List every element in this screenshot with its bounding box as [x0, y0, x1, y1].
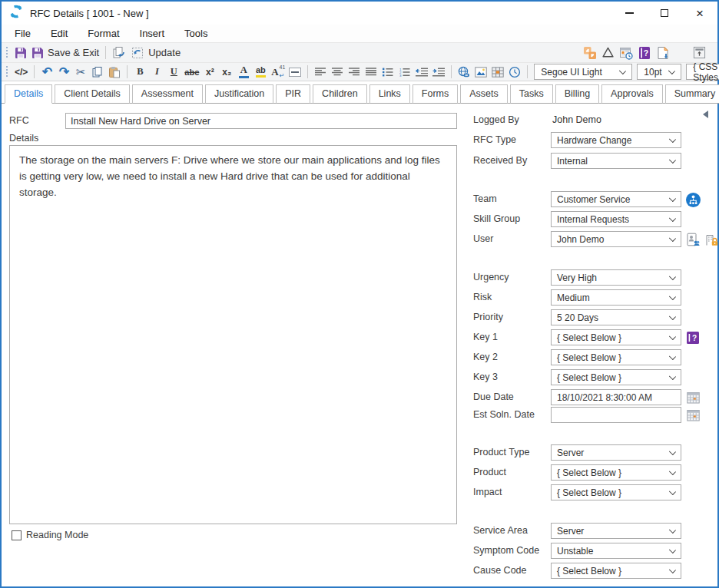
select-user[interactable]: John Demo: [551, 231, 681, 247]
user-directory-icon[interactable]: [685, 232, 701, 247]
save-button[interactable]: [12, 45, 29, 61]
superscript-button[interactable]: x²: [201, 64, 218, 81]
help-book-button[interactable]: ?: [635, 45, 654, 61]
select-received-by[interactable]: Internal: [551, 153, 681, 169]
paste-button[interactable]: [106, 64, 123, 81]
select-product-type[interactable]: Server: [551, 444, 681, 461]
minimize-icon: [625, 12, 634, 14]
menu-file[interactable]: File: [5, 25, 41, 41]
align-justify-button[interactable]: [363, 64, 379, 81]
select-risk[interactable]: Medium: [551, 289, 681, 306]
underline-button[interactable]: U: [165, 64, 182, 81]
rfc-details-textarea[interactable]: The storage on the main servers F: Drive…: [9, 145, 457, 524]
menu-edit[interactable]: Edit: [41, 25, 78, 41]
bold-button[interactable]: B: [131, 64, 148, 81]
calendar-clock-button[interactable]: [617, 45, 635, 61]
tab-justification[interactable]: Justification: [205, 84, 273, 104]
align-left-button[interactable]: [312, 64, 329, 81]
workflow-button[interactable]: [599, 45, 617, 61]
align-right-button[interactable]: [346, 64, 363, 81]
italic-button[interactable]: I: [148, 64, 165, 81]
tab-assets[interactable]: Assets: [460, 84, 508, 104]
input-est-soln-date[interactable]: [551, 407, 681, 423]
code-view-button[interactable]: </>: [12, 64, 30, 81]
tab-links[interactable]: Links: [369, 84, 410, 104]
tab-details[interactable]: Details: [5, 84, 52, 104]
tab-summary[interactable]: Summary: [665, 84, 719, 104]
tab-children[interactable]: Children: [313, 84, 367, 104]
select-impact[interactable]: { Select Below }: [551, 484, 681, 500]
export-doc-button[interactable]: [654, 45, 672, 61]
table-button[interactable]: [489, 64, 506, 81]
chevron-down-icon: [669, 293, 676, 300]
update-button[interactable]: Update: [128, 45, 183, 61]
input-due-date[interactable]: 18/10/2021 8:30:00 AM: [551, 389, 681, 405]
field-row-key-1: Key 1{ Select Below }?: [462, 329, 717, 346]
horizontal-rule-button[interactable]: [287, 64, 303, 81]
save-exit-button[interactable]: Save & Exit: [29, 45, 101, 61]
font-size-button[interactable]: A41↵: [269, 64, 287, 81]
numbered-list-button[interactable]: 123: [396, 64, 413, 81]
redo-button[interactable]: ↷: [55, 64, 72, 81]
select-cause-code[interactable]: { Select Below }: [551, 563, 681, 579]
select-product[interactable]: { Select Below }: [551, 464, 681, 481]
select-value: Medium: [557, 292, 590, 303]
font-size-select[interactable]: 10pt: [637, 64, 681, 80]
calendar-icon[interactable]: [685, 390, 701, 405]
calendar-icon[interactable]: [685, 408, 701, 423]
team-org-icon[interactable]: [685, 192, 701, 207]
menu-tools[interactable]: Tools: [174, 25, 217, 41]
select-priority[interactable]: 5 20 Days: [551, 309, 681, 325]
user-lock-icon[interactable]: [704, 232, 719, 247]
font-color-button[interactable]: A: [235, 64, 252, 81]
image-button[interactable]: [472, 64, 489, 81]
tab-forms[interactable]: Forms: [413, 84, 458, 104]
tab-client-details[interactable]: Client Details: [55, 84, 130, 104]
highlight-button[interactable]: ab: [252, 64, 269, 81]
key-help-icon[interactable]: ?: [685, 330, 701, 345]
tab-billing[interactable]: Billing: [555, 84, 599, 104]
select-value: Internal: [557, 156, 588, 167]
select-rfc-type[interactable]: Hardware Change: [551, 132, 681, 148]
undo-button[interactable]: ↶: [38, 64, 55, 81]
select-symptom-code[interactable]: Unstable: [551, 543, 681, 559]
align-center-button[interactable]: [329, 64, 346, 81]
indent-button[interactable]: [430, 64, 447, 81]
field-label-product: Product: [473, 467, 506, 477]
select-key-1[interactable]: { Select Below }: [551, 329, 681, 345]
subscript-button[interactable]: x₂: [218, 64, 235, 81]
copy-button[interactable]: [89, 64, 106, 81]
reading-mode-checkbox[interactable]: [12, 530, 22, 540]
tab-pir[interactable]: PIR: [276, 84, 310, 104]
select-service-area[interactable]: Server: [551, 523, 681, 539]
strikethrough-button[interactable]: abc: [182, 64, 201, 81]
swap-button[interactable]: [581, 45, 599, 61]
select-key-2[interactable]: { Select Below }: [551, 349, 681, 365]
collapse-toolbar-button[interactable]: [691, 45, 708, 61]
select-key-3[interactable]: { Select Below }: [551, 369, 681, 385]
close-button[interactable]: ×: [682, 2, 717, 25]
clock-button[interactable]: [506, 64, 523, 81]
css-styles-select[interactable]: { CSS Styles }: [686, 64, 719, 80]
rfc-subject-input[interactable]: [65, 113, 457, 129]
cut-button[interactable]: ✂: [72, 64, 89, 81]
tab-tasks[interactable]: Tasks: [510, 84, 553, 104]
maximize-button[interactable]: [647, 2, 682, 25]
font-name-select[interactable]: Segoe UI Light: [534, 64, 632, 80]
outdent-button[interactable]: [413, 64, 430, 81]
refresh-doc-button[interactable]: [110, 45, 128, 61]
menu-insert[interactable]: Insert: [130, 25, 175, 41]
menu-format[interactable]: Format: [78, 25, 129, 41]
toolbar-grip[interactable]: [5, 46, 8, 59]
toolbar-grip[interactable]: [5, 65, 8, 78]
minimize-button[interactable]: [611, 2, 647, 25]
bullet-list-button[interactable]: [379, 64, 396, 81]
select-skill-group[interactable]: Internal Requests: [551, 211, 681, 227]
link-button[interactable]: [456, 64, 472, 81]
tab-approvals[interactable]: Approvals: [601, 84, 663, 104]
help-book-icon: ?: [638, 46, 651, 60]
field-label-key-2: Key 2: [473, 352, 498, 362]
select-urgency[interactable]: Very High: [551, 269, 681, 286]
tab-assessment[interactable]: Assessment: [132, 84, 203, 104]
select-team[interactable]: Customer Service: [551, 191, 681, 207]
